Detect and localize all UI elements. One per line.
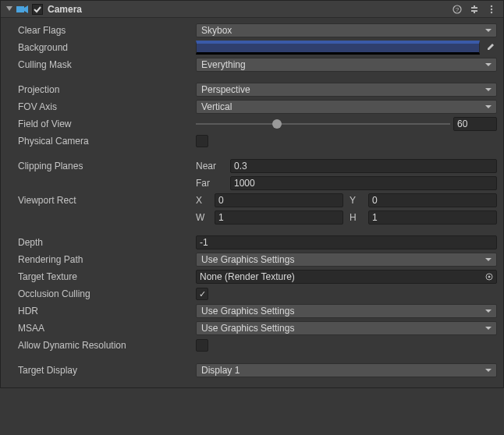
eyedropper-icon[interactable] (483, 41, 497, 55)
component-title: Camera (48, 4, 82, 15)
svg-rect-1 (16, 6, 24, 12)
viewport-rect-label: Viewport Rect (16, 195, 196, 206)
fov-value-field[interactable]: 60 (453, 117, 497, 131)
clear-flags-dropdown[interactable]: Skybox (196, 23, 497, 37)
svg-marker-0 (6, 6, 12, 11)
foldout-toggle[interactable] (5, 5, 13, 13)
projection-label: Projection (16, 84, 196, 95)
fov-slider[interactable] (196, 117, 450, 131)
far-field[interactable]: 1000 (230, 176, 497, 190)
depth-field[interactable]: -1 (196, 235, 497, 249)
far-label: Far (196, 178, 227, 189)
target-display-label: Target Display (16, 365, 196, 376)
component-header: Camera ? (1, 1, 503, 18)
occlusion-culling-label: Occlusion Culling (16, 288, 196, 299)
msaa-dropdown[interactable]: Use Graphics Settings (196, 321, 497, 335)
occlusion-culling-checkbox[interactable] (196, 288, 208, 300)
viewport-w-label: W (196, 212, 211, 223)
fov-axis-label: FOV Axis (16, 101, 196, 112)
msaa-label: MSAA (16, 323, 196, 334)
near-field[interactable]: 0.3 (230, 159, 497, 173)
physical-camera-label: Physical Camera (16, 136, 196, 147)
svg-rect-7 (474, 5, 475, 8)
allow-dyn-res-checkbox[interactable] (196, 339, 208, 352)
physical-camera-checkbox[interactable] (196, 135, 208, 147)
hdr-label: HDR (16, 306, 196, 317)
svg-rect-8 (474, 11, 475, 13)
viewport-h-field[interactable]: 1 (368, 210, 497, 225)
target-texture-label: Target Texture (16, 271, 196, 282)
viewport-h-label: H (350, 212, 365, 223)
help-icon[interactable]: ? (450, 2, 464, 16)
context-menu-icon[interactable] (484, 2, 499, 16)
target-display-dropdown[interactable]: Display 1 (196, 363, 497, 377)
camera-icon (16, 5, 29, 14)
allow-dyn-res-label: Allow Dynamic Resolution (16, 340, 196, 351)
camera-component-panel: Camera ? Clear Flags Skybox Background (0, 0, 504, 388)
hdr-dropdown[interactable]: Use Graphics Settings (196, 304, 497, 318)
svg-point-10 (491, 8, 492, 9)
near-label: Near (196, 161, 227, 172)
target-texture-field[interactable]: None (Render Texture) (196, 270, 497, 284)
rendering-path-dropdown[interactable]: Use Graphics Settings (196, 253, 497, 267)
viewport-y-field[interactable]: 0 (368, 193, 497, 207)
viewport-x-field[interactable]: 0 (215, 193, 343, 207)
clipping-planes-label: Clipping Planes (16, 161, 196, 172)
svg-marker-2 (24, 5, 28, 13)
presets-icon[interactable] (467, 2, 481, 16)
background-color-field[interactable] (196, 41, 480, 55)
fov-label: Field of View (16, 118, 196, 129)
depth-label: Depth (16, 237, 196, 248)
viewport-x-label: X (196, 195, 211, 206)
svg-point-11 (491, 11, 492, 12)
object-picker-icon[interactable] (484, 271, 495, 282)
svg-text:?: ? (456, 6, 460, 13)
clear-flags-label: Clear Flags (16, 25, 196, 36)
viewport-w-field[interactable]: 1 (215, 210, 343, 225)
fov-axis-dropdown[interactable]: Vertical (196, 100, 497, 114)
culling-mask-label: Culling Mask (16, 59, 196, 70)
svg-point-13 (488, 276, 491, 278)
culling-mask-dropdown[interactable]: Everything (196, 58, 497, 72)
background-label: Background (16, 42, 196, 53)
svg-point-9 (491, 5, 492, 6)
projection-dropdown[interactable]: Perspective (196, 83, 497, 97)
rendering-path-label: Rendering Path (16, 254, 196, 265)
component-body: Clear Flags Skybox Background Culling Ma… (1, 18, 503, 387)
viewport-y-label: Y (350, 195, 365, 206)
enable-checkbox[interactable] (32, 4, 43, 15)
